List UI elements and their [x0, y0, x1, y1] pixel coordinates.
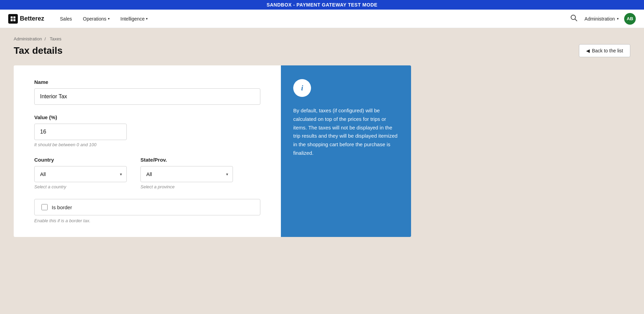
- sandbox-banner: SANDBOX - PAYMENT GATEWAY TEST MODE: [0, 0, 644, 10]
- nav-items: Sales Operations ▾ Intelligence ▾: [55, 14, 569, 24]
- form-card: Name Value (%) It should be between 0 an…: [14, 65, 281, 237]
- page-title: Tax details: [14, 45, 63, 56]
- country-hint: Select a country: [34, 184, 127, 189]
- checkbox-label[interactable]: Is border: [52, 204, 72, 210]
- state-select[interactable]: All: [140, 166, 233, 182]
- nav-intelligence[interactable]: Intelligence ▾: [116, 14, 153, 24]
- state-select-wrapper: All ▾: [140, 166, 233, 182]
- info-icon: i: [301, 84, 303, 92]
- admin-dropdown[interactable]: Administration ▾: [584, 16, 619, 22]
- state-hint: Select a province: [140, 184, 233, 189]
- country-label: Country: [34, 157, 127, 163]
- admin-label: Administration: [584, 16, 615, 22]
- value-input[interactable]: [34, 124, 127, 140]
- country-group: Country All ▾ Select a country: [34, 157, 127, 189]
- info-panel: i By default, taxes (if configured) will…: [281, 65, 411, 237]
- back-button-label: Back to the list: [592, 48, 623, 53]
- svg-rect-1: [13, 16, 15, 18]
- nav-intelligence-chevron: ▾: [146, 17, 148, 21]
- sandbox-banner-text: SANDBOX - PAYMENT GATEWAY TEST MODE: [267, 2, 377, 8]
- border-group: Is border Enable this if is a border tax…: [34, 199, 260, 223]
- value-group: Value (%) It should be between 0 and 100: [34, 114, 260, 147]
- select-row: Country All ▾ Select a country State/Pro…: [34, 157, 260, 189]
- logo-text: Betterez: [20, 15, 44, 22]
- svg-line-5: [575, 19, 577, 21]
- country-select[interactable]: All: [34, 166, 127, 182]
- search-icon[interactable]: [569, 13, 579, 25]
- page-bg: Administration / Taxes Tax details ◀ Bac…: [0, 28, 644, 314]
- name-label: Name: [34, 79, 260, 85]
- logo[interactable]: Betterez: [8, 14, 44, 24]
- is-border-checkbox[interactable]: [41, 204, 48, 210]
- name-input[interactable]: [34, 88, 260, 105]
- info-icon-circle: i: [293, 79, 311, 97]
- page-header-row: Tax details ◀ Back to the list: [14, 44, 630, 57]
- breadcrumb-taxes: Taxes: [50, 36, 61, 41]
- checkbox-container: Is border: [34, 199, 260, 215]
- logo-icon: [8, 14, 18, 24]
- nav-right: Administration ▾ AB: [569, 13, 636, 25]
- value-label: Value (%): [34, 114, 260, 120]
- value-hint: It should be between 0 and 100: [34, 142, 260, 147]
- state-group: State/Prov. All ▾ Select a province: [140, 157, 233, 189]
- back-to-list-button[interactable]: ◀ Back to the list: [579, 44, 630, 57]
- breadcrumb: Administration / Taxes: [14, 36, 630, 41]
- svg-rect-0: [11, 16, 13, 18]
- svg-rect-2: [11, 19, 13, 21]
- svg-rect-3: [13, 19, 15, 21]
- nav-sales[interactable]: Sales: [55, 14, 77, 24]
- info-text: By default, taxes (if configured) will b…: [293, 106, 399, 158]
- back-icon: ◀: [586, 48, 590, 53]
- checkbox-hint: Enable this if is a border tax.: [34, 218, 260, 223]
- breadcrumb-admin[interactable]: Administration: [14, 36, 42, 41]
- avatar[interactable]: AB: [624, 13, 636, 25]
- admin-chevron: ▾: [617, 17, 619, 21]
- country-select-wrapper: All ▾: [34, 166, 127, 182]
- name-group: Name: [34, 79, 260, 105]
- navbar: Betterez Sales Operations ▾ Intelligence…: [0, 10, 644, 28]
- nav-operations[interactable]: Operations ▾: [78, 14, 114, 24]
- state-label: State/Prov.: [140, 157, 233, 163]
- nav-operations-chevron: ▾: [108, 17, 110, 21]
- main-content: Name Value (%) It should be between 0 an…: [14, 65, 630, 237]
